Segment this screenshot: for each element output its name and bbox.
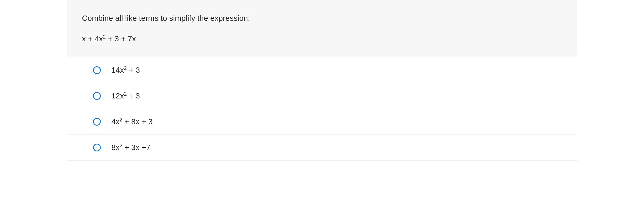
- option-text: 4x2 + 8x + 3: [111, 117, 153, 126]
- option-4[interactable]: 8x2 + 3x +7: [67, 135, 577, 161]
- radio-icon[interactable]: [93, 118, 101, 126]
- option-2[interactable]: 12x2 + 3: [67, 83, 577, 109]
- quiz-container: Combine all like terms to simplify the e…: [0, 0, 644, 161]
- option-exponent: 2: [120, 143, 122, 148]
- radio-icon[interactable]: [93, 144, 101, 151]
- expression-exponent: 2: [103, 34, 106, 40]
- question-expression: x + 4x2 + 3 + 7x: [82, 34, 562, 43]
- question-header: Combine all like terms to simplify the e…: [67, 0, 577, 57]
- option-suffix: + 8x + 3: [122, 117, 153, 126]
- option-text: 12x2 + 3: [111, 92, 140, 100]
- option-suffix: + 3: [127, 66, 140, 74]
- option-prefix: 4x: [111, 117, 120, 126]
- option-suffix: + 3: [127, 92, 140, 100]
- options-list: 14x2 + 3 12x2 + 3 4x2 + 8x + 3 8x2 + 3x …: [67, 57, 577, 161]
- option-1[interactable]: 14x2 + 3: [67, 57, 577, 83]
- radio-icon[interactable]: [93, 66, 101, 74]
- option-prefix: 8x: [111, 143, 120, 152]
- expression-prefix: x + 4x: [82, 34, 103, 43]
- option-exponent: 2: [124, 65, 127, 71]
- option-exponent: 2: [120, 117, 122, 123]
- option-prefix: 12x: [111, 92, 124, 100]
- option-text: 14x2 + 3: [111, 66, 140, 75]
- option-prefix: 14x: [111, 66, 124, 74]
- option-text: 8x2 + 3x +7: [111, 143, 151, 152]
- option-exponent: 2: [124, 91, 127, 97]
- option-3[interactable]: 4x2 + 8x + 3: [67, 109, 577, 135]
- radio-icon[interactable]: [93, 92, 101, 100]
- expression-suffix: + 3 + 7x: [106, 34, 136, 43]
- option-suffix: + 3x +7: [122, 143, 151, 152]
- question-prompt: Combine all like terms to simplify the e…: [82, 14, 562, 23]
